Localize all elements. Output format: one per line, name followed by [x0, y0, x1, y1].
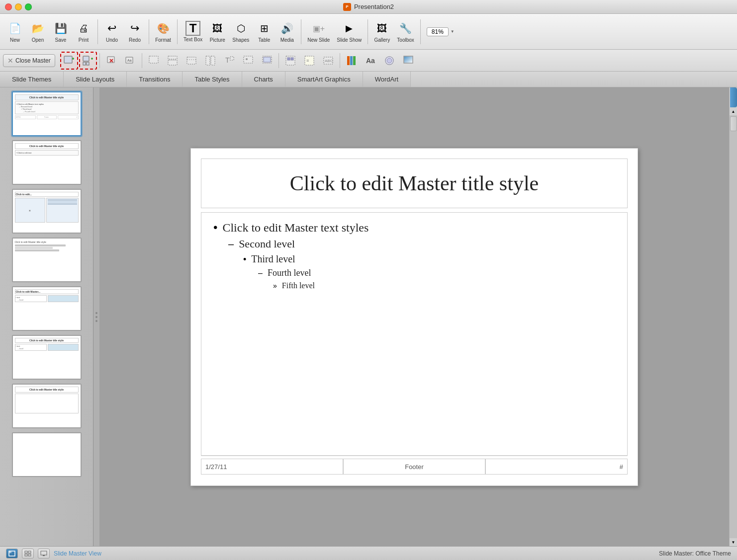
slide-thumb-8[interactable] — [12, 432, 82, 477]
toolbox-button[interactable]: 🔧 Toolbox — [394, 18, 417, 45]
svg-rect-27 — [287, 58, 290, 60]
shapes-button[interactable]: ⬡ Shapes — [229, 18, 252, 45]
maximize-button[interactable] — [25, 3, 32, 10]
zoom-value[interactable]: 81% — [427, 27, 449, 36]
rename-master-button[interactable]: Aa — [121, 52, 139, 70]
save-label: Save — [55, 37, 67, 43]
open-button[interactable]: 📂 Open — [27, 18, 49, 45]
slide-thumb-7[interactable]: Click to edit Master title style — [12, 384, 82, 428]
slide-title: Click to edit Master title style — [290, 171, 539, 195]
delete-master-button[interactable] — [102, 52, 120, 70]
layout-tool-3[interactable] — [183, 52, 200, 70]
svg-rect-22 — [244, 56, 253, 63]
zoom-arrow[interactable]: ▼ — [451, 29, 455, 34]
scroll-up-button[interactable]: ▲ — [730, 107, 737, 115]
svg-rect-34 — [350, 56, 353, 65]
window-controls[interactable] — [5, 3, 32, 10]
layout-tool-8[interactable] — [281, 52, 299, 70]
textbox-label: Text Box — [184, 37, 202, 42]
slide-thumb-4[interactable]: Click to edit Master title style — [12, 238, 82, 282]
blue-handle[interactable] — [730, 87, 737, 107]
layout-tool-1[interactable] — [145, 52, 163, 70]
minimize-button[interactable] — [15, 3, 22, 10]
slide-canvas[interactable]: Click to edit Master title style • Click… — [190, 148, 638, 486]
print-button[interactable]: 🖨 Print — [73, 18, 94, 45]
layout-tool-2[interactable] — [164, 52, 182, 70]
textbox-button[interactable]: T Text Box — [181, 19, 205, 44]
format-button[interactable]: 🎨 Format — [152, 18, 174, 45]
scroll-thumb[interactable] — [730, 116, 737, 131]
open-icon: 📂 — [30, 20, 46, 36]
separator-4 — [301, 19, 301, 44]
svg-rect-46 — [41, 551, 47, 555]
add-layout-button[interactable] — [79, 52, 97, 70]
bullet-3: • — [243, 254, 246, 265]
slide-thumb-5[interactable]: Click to edit Master... • text – level — [12, 286, 82, 331]
right-scrollbar[interactable]: ▲ ▼ — [729, 87, 737, 546]
redo-button[interactable]: ↪ Redo — [124, 18, 146, 45]
media-button[interactable]: 🔊 Media — [276, 18, 298, 45]
content-text-4: Fourth level — [268, 268, 311, 278]
picture-button[interactable]: 🖼 Picture — [206, 18, 228, 45]
tab-table-styles[interactable]: Table Styles — [183, 72, 242, 87]
table-button[interactable]: ⊞ Table — [253, 18, 275, 45]
tab-slide-themes[interactable]: Slide Themes — [0, 72, 64, 87]
svg-point-23 — [246, 58, 248, 60]
panel-divider[interactable] — [93, 87, 99, 546]
theme-colors-button[interactable] — [343, 52, 361, 70]
slide-thumb-1[interactable]: Click to edit Master title style • Click… — [12, 91, 82, 136]
open-label: Open — [32, 37, 44, 43]
layout-tool-4[interactable] — [201, 52, 219, 70]
slide-content-box[interactable]: • Click to edit Master text styles – Sec… — [201, 212, 628, 456]
layout-tool-5[interactable]: T — [220, 52, 238, 70]
close-button[interactable] — [5, 3, 12, 10]
layout-tool-6[interactable] — [239, 52, 257, 70]
layout-tool-10[interactable]: ABC — [319, 52, 337, 70]
save-button[interactable]: 💾 Save — [50, 18, 72, 45]
slide-title-box[interactable]: Click to edit Master title style — [201, 159, 628, 208]
svg-text:≡: ≡ — [306, 58, 309, 63]
tab-slide-layouts[interactable]: Slide Layouts — [64, 72, 127, 87]
status-bar: Slide Master View Slide Master: Office T… — [0, 546, 737, 560]
theme-effects-button[interactable] — [380, 52, 398, 70]
tab-transitions-label: Transitions — [139, 76, 170, 83]
view-presenter-button[interactable] — [38, 549, 50, 559]
svg-text:T: T — [225, 56, 230, 64]
close-master-button[interactable]: ✕ Close Master — [3, 54, 55, 67]
zoom-control[interactable]: 81% ▼ — [424, 25, 458, 38]
slideshow-button[interactable]: ▶ Slide Show — [334, 18, 365, 45]
separator-1 — [97, 19, 98, 44]
footer-page: # — [485, 459, 628, 475]
separator-6 — [420, 19, 421, 44]
theme-fonts-button[interactable]: Aa — [362, 52, 379, 70]
slide-thumb-6[interactable]: Click to edit Master title style • text … — [12, 335, 82, 380]
view-grid-button[interactable] — [22, 549, 34, 559]
background-button[interactable] — [399, 52, 417, 70]
add-slide-master-button[interactable] — [60, 52, 78, 70]
master-sep-4 — [340, 53, 340, 68]
tab-smartart[interactable]: SmartArt Graphics — [285, 72, 363, 87]
new-button[interactable]: 📄 New — [4, 18, 26, 45]
undo-label: Undo — [106, 37, 118, 43]
undo-button[interactable]: ↩ Undo — [101, 18, 123, 45]
slide-thumb-2[interactable]: Click to edit Master title style • Click… — [12, 140, 82, 185]
status-theme-label: Slide Master: Office Theme — [659, 550, 731, 557]
separator-3 — [177, 19, 178, 44]
gallery-label: Gallery — [374, 37, 390, 43]
footer-page-text: # — [620, 463, 623, 471]
svg-rect-15 — [168, 60, 177, 65]
layout-tool-9[interactable]: ≡ — [300, 52, 318, 70]
layout-tool-7[interactable] — [258, 52, 276, 70]
tab-wordart[interactable]: WordArt — [363, 72, 411, 87]
svg-text:Aa: Aa — [366, 57, 375, 65]
tab-transitions[interactable]: Transitions — [127, 72, 183, 87]
newslide-button[interactable]: ▣+ New Slide — [304, 18, 333, 45]
gallery-button[interactable]: 🖼 Gallery — [371, 18, 393, 45]
master-toolbar: ✕ Close Master Aa — [0, 50, 737, 72]
tab-smartart-label: SmartArt Graphics — [297, 76, 351, 83]
format-icon: 🎨 — [155, 20, 171, 36]
view-normal-button[interactable] — [6, 549, 18, 559]
scroll-down-button[interactable]: ▼ — [730, 538, 737, 546]
slide-thumb-3[interactable]: Click to edit... ▣ — [12, 189, 82, 234]
tab-charts[interactable]: Charts — [242, 72, 285, 87]
